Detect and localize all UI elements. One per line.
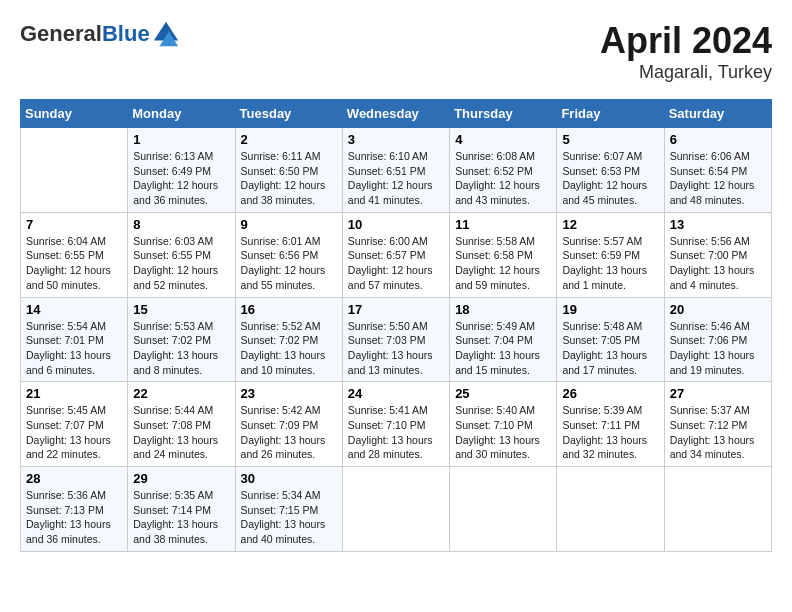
cell-content: Sunrise: 5:48 AMSunset: 7:05 PMDaylight:… [562,319,658,378]
title-block: April 2024 Magarali, Turkey [600,20,772,83]
day-number: 11 [455,217,551,232]
cell-content: Sunrise: 5:49 AMSunset: 7:04 PMDaylight:… [455,319,551,378]
cell-content: Sunrise: 5:42 AMSunset: 7:09 PMDaylight:… [241,403,337,462]
calendar-week-row: 28Sunrise: 5:36 AMSunset: 7:13 PMDayligh… [21,467,772,552]
cell-content: Sunrise: 6:08 AMSunset: 6:52 PMDaylight:… [455,149,551,208]
cell-content: Sunrise: 5:57 AMSunset: 6:59 PMDaylight:… [562,234,658,293]
calendar-cell: 12Sunrise: 5:57 AMSunset: 6:59 PMDayligh… [557,212,664,297]
day-number: 15 [133,302,229,317]
day-number: 19 [562,302,658,317]
day-of-week-header: Saturday [664,100,771,128]
calendar-cell: 14Sunrise: 5:54 AMSunset: 7:01 PMDayligh… [21,297,128,382]
calendar-week-row: 14Sunrise: 5:54 AMSunset: 7:01 PMDayligh… [21,297,772,382]
day-number: 9 [241,217,337,232]
cell-content: Sunrise: 5:58 AMSunset: 6:58 PMDaylight:… [455,234,551,293]
logo: GeneralBlue [20,20,180,48]
month-title: April 2024 [600,20,772,62]
cell-content: Sunrise: 6:03 AMSunset: 6:55 PMDaylight:… [133,234,229,293]
day-number: 1 [133,132,229,147]
day-number: 28 [26,471,122,486]
calendar-cell [664,467,771,552]
day-number: 7 [26,217,122,232]
day-number: 26 [562,386,658,401]
cell-content: Sunrise: 5:35 AMSunset: 7:14 PMDaylight:… [133,488,229,547]
day-number: 5 [562,132,658,147]
calendar-cell: 6Sunrise: 6:06 AMSunset: 6:54 PMDaylight… [664,128,771,213]
calendar-cell: 24Sunrise: 5:41 AMSunset: 7:10 PMDayligh… [342,382,449,467]
day-of-week-header: Sunday [21,100,128,128]
calendar-cell [450,467,557,552]
day-number: 24 [348,386,444,401]
calendar-cell: 11Sunrise: 5:58 AMSunset: 6:58 PMDayligh… [450,212,557,297]
calendar-cell: 23Sunrise: 5:42 AMSunset: 7:09 PMDayligh… [235,382,342,467]
day-of-week-header: Tuesday [235,100,342,128]
cell-content: Sunrise: 5:56 AMSunset: 7:00 PMDaylight:… [670,234,766,293]
cell-content: Sunrise: 6:13 AMSunset: 6:49 PMDaylight:… [133,149,229,208]
day-number: 12 [562,217,658,232]
cell-content: Sunrise: 5:52 AMSunset: 7:02 PMDaylight:… [241,319,337,378]
cell-content: Sunrise: 5:50 AMSunset: 7:03 PMDaylight:… [348,319,444,378]
calendar-cell: 13Sunrise: 5:56 AMSunset: 7:00 PMDayligh… [664,212,771,297]
cell-content: Sunrise: 5:45 AMSunset: 7:07 PMDaylight:… [26,403,122,462]
cell-content: Sunrise: 6:04 AMSunset: 6:55 PMDaylight:… [26,234,122,293]
cell-content: Sunrise: 6:07 AMSunset: 6:53 PMDaylight:… [562,149,658,208]
calendar-cell: 5Sunrise: 6:07 AMSunset: 6:53 PMDaylight… [557,128,664,213]
cell-content: Sunrise: 5:41 AMSunset: 7:10 PMDaylight:… [348,403,444,462]
cell-content: Sunrise: 6:00 AMSunset: 6:57 PMDaylight:… [348,234,444,293]
calendar-cell: 10Sunrise: 6:00 AMSunset: 6:57 PMDayligh… [342,212,449,297]
day-number: 25 [455,386,551,401]
calendar-cell: 1Sunrise: 6:13 AMSunset: 6:49 PMDaylight… [128,128,235,213]
page-header: GeneralBlue April 2024 Magarali, Turkey [20,20,772,83]
calendar-cell: 30Sunrise: 5:34 AMSunset: 7:15 PMDayligh… [235,467,342,552]
day-number: 8 [133,217,229,232]
calendar-week-row: 7Sunrise: 6:04 AMSunset: 6:55 PMDaylight… [21,212,772,297]
day-number: 17 [348,302,444,317]
calendar-header: SundayMondayTuesdayWednesdayThursdayFrid… [21,100,772,128]
cell-content: Sunrise: 6:11 AMSunset: 6:50 PMDaylight:… [241,149,337,208]
cell-content: Sunrise: 5:46 AMSunset: 7:06 PMDaylight:… [670,319,766,378]
calendar-cell: 8Sunrise: 6:03 AMSunset: 6:55 PMDaylight… [128,212,235,297]
cell-content: Sunrise: 6:10 AMSunset: 6:51 PMDaylight:… [348,149,444,208]
day-of-week-header: Thursday [450,100,557,128]
day-of-week-header: Monday [128,100,235,128]
calendar-cell: 19Sunrise: 5:48 AMSunset: 7:05 PMDayligh… [557,297,664,382]
cell-content: Sunrise: 6:01 AMSunset: 6:56 PMDaylight:… [241,234,337,293]
location-title: Magarali, Turkey [600,62,772,83]
calendar-week-row: 1Sunrise: 6:13 AMSunset: 6:49 PMDaylight… [21,128,772,213]
day-number: 27 [670,386,766,401]
day-of-week-header: Wednesday [342,100,449,128]
calendar-cell: 27Sunrise: 5:37 AMSunset: 7:12 PMDayligh… [664,382,771,467]
day-number: 16 [241,302,337,317]
logo-text: GeneralBlue [20,21,150,47]
cell-content: Sunrise: 5:39 AMSunset: 7:11 PMDaylight:… [562,403,658,462]
day-number: 10 [348,217,444,232]
calendar-cell: 22Sunrise: 5:44 AMSunset: 7:08 PMDayligh… [128,382,235,467]
cell-content: Sunrise: 5:37 AMSunset: 7:12 PMDaylight:… [670,403,766,462]
calendar-cell: 20Sunrise: 5:46 AMSunset: 7:06 PMDayligh… [664,297,771,382]
cell-content: Sunrise: 5:40 AMSunset: 7:10 PMDaylight:… [455,403,551,462]
cell-content: Sunrise: 5:54 AMSunset: 7:01 PMDaylight:… [26,319,122,378]
logo-icon [152,20,180,48]
day-number: 30 [241,471,337,486]
calendar-table: SundayMondayTuesdayWednesdayThursdayFrid… [20,99,772,552]
calendar-cell: 25Sunrise: 5:40 AMSunset: 7:10 PMDayligh… [450,382,557,467]
day-number: 2 [241,132,337,147]
calendar-cell: 18Sunrise: 5:49 AMSunset: 7:04 PMDayligh… [450,297,557,382]
calendar-cell: 2Sunrise: 6:11 AMSunset: 6:50 PMDaylight… [235,128,342,213]
calendar-cell: 29Sunrise: 5:35 AMSunset: 7:14 PMDayligh… [128,467,235,552]
calendar-body: 1Sunrise: 6:13 AMSunset: 6:49 PMDaylight… [21,128,772,552]
calendar-cell: 16Sunrise: 5:52 AMSunset: 7:02 PMDayligh… [235,297,342,382]
day-number: 21 [26,386,122,401]
cell-content: Sunrise: 5:36 AMSunset: 7:13 PMDaylight:… [26,488,122,547]
calendar-cell: 26Sunrise: 5:39 AMSunset: 7:11 PMDayligh… [557,382,664,467]
logo-general: General [20,21,102,46]
cell-content: Sunrise: 5:34 AMSunset: 7:15 PMDaylight:… [241,488,337,547]
day-of-week-header: Friday [557,100,664,128]
day-number: 20 [670,302,766,317]
calendar-cell: 17Sunrise: 5:50 AMSunset: 7:03 PMDayligh… [342,297,449,382]
cell-content: Sunrise: 5:53 AMSunset: 7:02 PMDaylight:… [133,319,229,378]
calendar-cell [557,467,664,552]
cell-content: Sunrise: 5:44 AMSunset: 7:08 PMDaylight:… [133,403,229,462]
calendar-cell: 3Sunrise: 6:10 AMSunset: 6:51 PMDaylight… [342,128,449,213]
logo-blue: Blue [102,21,150,46]
